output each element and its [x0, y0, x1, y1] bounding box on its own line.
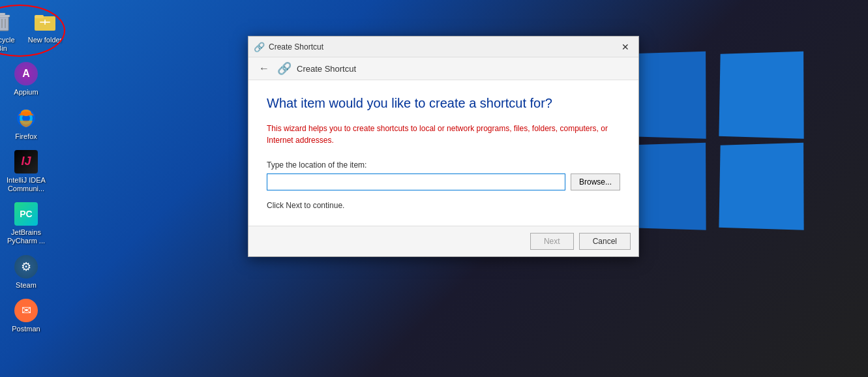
dialog-body: What item would you like to create a sho… [248, 80, 638, 226]
next-button[interactable]: Next [530, 233, 574, 250]
dialog-overlay: 🔗 Create Shortcut ✕ ← 🔗 Create Shortcut … [0, 0, 868, 377]
titlebar-left: 🔗 Create Shortcut [254, 42, 323, 52]
dialog-footer: Next Cancel [248, 226, 638, 256]
nav-back-button[interactable]: ← [256, 61, 272, 76]
dialog-close-button[interactable]: ✕ [618, 39, 633, 55]
cancel-button[interactable]: Cancel [579, 233, 631, 250]
create-shortcut-dialog: 🔗 Create Shortcut ✕ ← 🔗 Create Shortcut … [248, 36, 639, 257]
location-label: Type the location of the item: [267, 160, 620, 170]
nav-shortcut-icon: 🔗 [277, 61, 292, 76]
location-input[interactable] [267, 173, 565, 190]
browse-button[interactable]: Browse... [571, 173, 620, 190]
dialog-titlebar: 🔗 Create Shortcut ✕ [248, 37, 638, 57]
dialog-title: Create Shortcut [269, 42, 323, 52]
nav-title: Create Shortcut [297, 64, 356, 74]
dialog-heading: What item would you like to create a sho… [267, 96, 620, 111]
dialog-nav: ← 🔗 Create Shortcut [248, 57, 638, 80]
dialog-hint: Click Next to continue. [267, 201, 620, 210]
location-input-row: Browse... [267, 173, 620, 190]
dialog-title-icon: 🔗 [254, 42, 265, 52]
dialog-description: This wizard helps you to create shortcut… [267, 123, 620, 146]
